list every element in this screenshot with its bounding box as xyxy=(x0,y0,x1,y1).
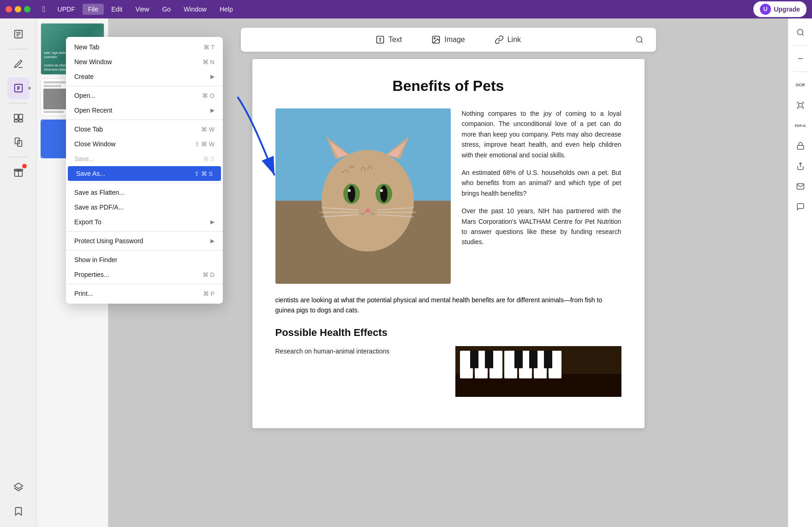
go-menu[interactable]: Go xyxy=(156,4,176,15)
menu-item-export-to[interactable]: Export To ▶ xyxy=(66,215,223,229)
minimize-button[interactable] xyxy=(15,6,21,12)
right-protect-icon[interactable] xyxy=(791,137,810,155)
cat-image xyxy=(275,108,451,284)
svg-rect-52 xyxy=(514,351,523,368)
svg-point-32 xyxy=(348,189,351,192)
svg-rect-58 xyxy=(799,103,802,107)
window-menu[interactable]: Window xyxy=(178,4,212,15)
pdf-bottom-row: Research on human-animal interactions xyxy=(275,346,621,397)
view-menu[interactable]: View xyxy=(130,4,155,15)
sidebar-item-organize[interactable] xyxy=(7,107,30,129)
right-chat-icon[interactable] xyxy=(791,198,810,216)
menu-divider-3 xyxy=(66,183,223,183)
svg-rect-59 xyxy=(797,145,804,149)
right-email-icon[interactable] xyxy=(791,177,810,196)
right-divider-2 xyxy=(794,72,807,72)
app-name-menu: UPDF xyxy=(52,4,81,15)
menu-item-print[interactable]: Print... ⌘ P xyxy=(66,286,223,301)
upgrade-label: Upgrade xyxy=(774,6,800,13)
svg-point-33 xyxy=(380,189,383,192)
pdf-paragraph-1: Nothing compares to the joy of coming to… xyxy=(462,108,621,160)
right-share-icon[interactable] xyxy=(791,157,810,175)
user-avatar: U xyxy=(760,4,771,15)
menu-item-save[interactable]: Save... ⌘ S xyxy=(66,151,223,166)
pdf-text-column: Nothing compares to the joy of coming to… xyxy=(462,108,621,284)
left-sidebar xyxy=(0,18,37,527)
right-ocr-icon[interactable]: OCR xyxy=(791,76,810,94)
menu-item-save-pdfa[interactable]: Save as PDF/A... xyxy=(66,200,223,215)
menu-item-protect[interactable]: Protect Using Password ▶ xyxy=(66,234,223,248)
apple-menu[interactable]:  xyxy=(38,5,50,14)
gift-badge xyxy=(22,164,27,168)
right-toolbar: OCR PDF/A xyxy=(788,18,812,527)
sidebar-item-convert[interactable] xyxy=(7,131,30,153)
pdf-title: Benefits of Pets xyxy=(275,78,621,95)
svg-point-18 xyxy=(434,38,436,39)
sidebar-divider-3 xyxy=(9,157,28,157)
help-menu[interactable]: Help xyxy=(214,4,239,15)
text-tab-label: Text xyxy=(388,36,402,44)
svg-rect-8 xyxy=(18,120,22,122)
menu-item-save-as[interactable]: Save As... ⇧ ⌘ S xyxy=(68,166,221,181)
menu-item-new-window[interactable]: New Window ⌘ N xyxy=(66,54,223,69)
file-menu[interactable]: File xyxy=(83,4,104,15)
menu-item-show-finder[interactable]: Show in Finder xyxy=(66,252,223,267)
svg-point-30 xyxy=(348,186,355,202)
menu-divider-2 xyxy=(66,120,223,120)
pdf-page: Benefits of Pets xyxy=(252,59,645,428)
right-scan-icon[interactable] xyxy=(791,96,810,114)
svg-marker-14 xyxy=(14,483,22,489)
sidebar-item-annotate[interactable] xyxy=(7,53,30,75)
upgrade-button[interactable]: U Upgrade xyxy=(753,1,806,17)
close-button[interactable] xyxy=(6,6,12,12)
svg-point-23 xyxy=(322,150,414,252)
sidebar-item-bookmark[interactable] xyxy=(7,500,30,522)
svg-rect-53 xyxy=(529,351,537,368)
right-pdfa-icon[interactable]: PDF/A xyxy=(791,116,810,135)
right-minus-icon[interactable] xyxy=(791,49,810,68)
menu-divider-6 xyxy=(66,284,223,284)
menu-item-create[interactable]: Create ▶ xyxy=(66,69,223,84)
pdf-paragraph-3: Over the past 10 years, NIH has partnere… xyxy=(462,206,621,247)
svg-rect-54 xyxy=(544,351,552,368)
sidebar-divider-2 xyxy=(9,103,28,103)
menu-item-open[interactable]: Open... ⌘ O xyxy=(66,88,223,103)
piano-image xyxy=(455,346,621,397)
menu-item-close-tab[interactable]: Close Tab ⌘ W xyxy=(66,122,223,137)
menu-item-properties[interactable]: Properties... ⌘ D xyxy=(66,267,223,282)
fullscreen-button[interactable] xyxy=(24,6,30,12)
svg-rect-6 xyxy=(18,114,22,119)
search-button[interactable] xyxy=(630,30,649,49)
menu-bar-right: U Upgrade xyxy=(753,1,806,17)
toolbar-tab-link[interactable]: Link xyxy=(489,32,526,47)
menu-divider-1 xyxy=(66,86,223,86)
pdf-bottom-paragraph: cientists are looking at what the potent… xyxy=(275,295,621,316)
right-search-icon[interactable] xyxy=(791,23,810,42)
traffic-lights xyxy=(6,6,30,12)
svg-point-55 xyxy=(797,29,803,35)
menu-item-open-recent[interactable]: Open Recent ▶ xyxy=(66,103,223,118)
toolbar-tab-text[interactable]: Text xyxy=(370,32,407,47)
menu-item-close-window[interactable]: Close Window ⇧ ⌘ W xyxy=(66,137,223,151)
menu-divider-4 xyxy=(66,231,223,232)
right-divider-1 xyxy=(794,45,807,46)
sidebar-item-edit[interactable] xyxy=(7,77,30,99)
link-tab-label: Link xyxy=(508,36,521,44)
pdf-bottom-area: cientists are looking at what the potent… xyxy=(275,295,621,397)
menu-divider-5 xyxy=(66,250,223,251)
edit-menu[interactable]: Edit xyxy=(106,4,128,15)
sidebar-item-reader[interactable] xyxy=(7,23,30,45)
menu-item-new-tab[interactable]: New Tab ⌘ T xyxy=(66,40,223,54)
menu-bar:  UPDF File Edit View Go Window Help U U… xyxy=(0,0,812,18)
toolbar-tab-image[interactable]: Image xyxy=(426,32,470,47)
sidebar-item-layers[interactable] xyxy=(7,476,30,498)
viewer-toolbar: Text Image Link xyxy=(241,28,656,52)
svg-rect-7 xyxy=(14,120,18,122)
pdf-section-2-title: Possible Health Effects xyxy=(275,327,621,339)
collapse-indicator xyxy=(28,87,31,90)
svg-rect-51 xyxy=(485,351,493,368)
menu-item-save-flatten[interactable]: Save as Flatten... xyxy=(66,185,223,200)
sidebar-divider-1 xyxy=(9,49,28,49)
sidebar-item-gift[interactable] xyxy=(7,161,30,183)
svg-line-20 xyxy=(641,41,642,42)
